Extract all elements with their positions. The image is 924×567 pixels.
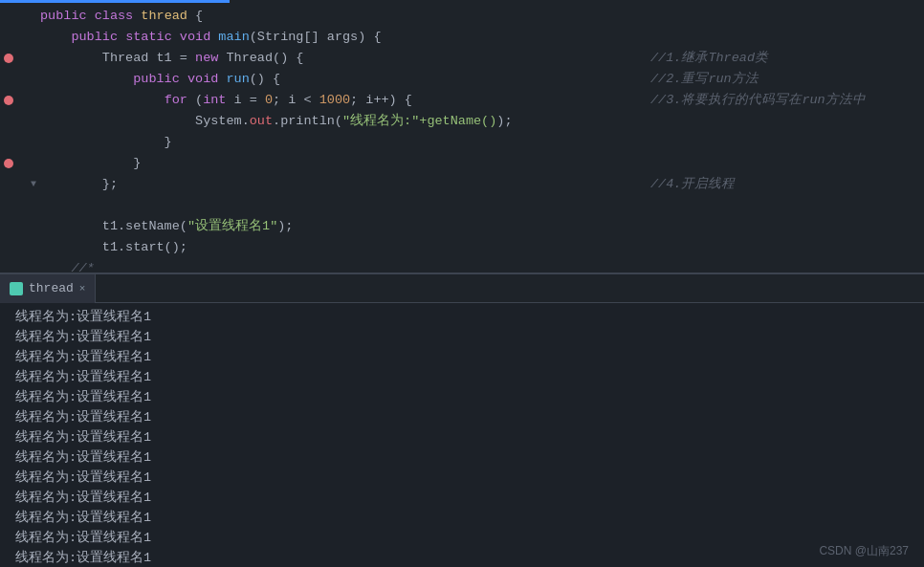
line-comment: //2.重写run方法 — [650, 69, 759, 90]
console-tab-bar: thread × — [0, 274, 924, 303]
watermark: CSDN @山南237 — [819, 543, 909, 559]
output-line: 线程名为:设置线程名1 — [15, 347, 909, 367]
output-line: 线程名为:设置线程名1 — [15, 548, 909, 567]
code-text: t1.setName("设置线程名1"); — [40, 216, 924, 237]
code-line: for (int i = 0; i < 1000; i++) {//3.将要执行… — [0, 90, 924, 111]
code-text: } — [40, 153, 924, 174]
code-text: public class thread { — [40, 6, 924, 27]
code-line: t1.start(); — [0, 237, 924, 258]
tab-close-button[interactable]: × — [79, 283, 86, 294]
output-line: 线程名为:设置线程名1 — [15, 307, 909, 327]
output-line: 线程名为:设置线程名1 — [15, 528, 909, 548]
fold-icon[interactable]: ▼ — [27, 174, 40, 195]
tab-icon — [10, 282, 23, 295]
code-line: Thread t1 = new Thread() {//1.继承Thread类 — [0, 48, 924, 69]
code-line: //* — [0, 258, 924, 273]
line-comment: //1.继承Thread类 — [650, 48, 768, 69]
code-text: public static void main(String[] args) { — [40, 27, 924, 48]
code-text: System.out.println("线程名为:"+getName()); — [40, 111, 924, 132]
code-line: System.out.println("线程名为:"+getName()); — [0, 111, 924, 132]
code-text: Thread t1 = new Thread() { — [40, 48, 924, 69]
line-comment: //3.将要执行的代码写在run方法中 — [650, 90, 866, 111]
code-line: } — [0, 132, 924, 153]
console-area: thread × 线程名为:设置线程名1线程名为:设置线程名1线程名为:设置线程… — [0, 273, 924, 567]
breakpoint-dot[interactable] — [4, 54, 13, 63]
breakpoint-dot[interactable] — [4, 159, 13, 168]
line-comment: //4.开启线程 — [650, 174, 735, 195]
code-line: t1.setName("设置线程名1"); — [0, 216, 924, 237]
output-line: 线程名为:设置线程名1 — [15, 488, 909, 508]
tab-label: thread — [29, 281, 74, 295]
output-line: 线程名为:设置线程名1 — [15, 407, 909, 427]
code-line: } — [0, 153, 924, 174]
editor-area: public class thread { public static void… — [0, 0, 924, 273]
code-line: public void run() {//2.重写run方法 — [0, 69, 924, 90]
code-text: }; — [40, 174, 924, 195]
output-line: 线程名为:设置线程名1 — [15, 508, 909, 528]
code-content: public class thread { public static void… — [0, 0, 924, 273]
code-text: t1.start(); — [40, 237, 924, 258]
output-line: 线程名为:设置线程名1 — [15, 387, 909, 407]
code-text: public void run() { — [40, 69, 924, 90]
code-line: ▼ };//4.开启线程 — [0, 174, 924, 195]
code-text: //* — [40, 258, 924, 273]
code-line: public class thread { — [0, 6, 924, 27]
output-line: 线程名为:设置线程名1 — [15, 427, 909, 447]
output-line: 线程名为:设置线程名1 — [15, 367, 909, 387]
console-output: 线程名为:设置线程名1线程名为:设置线程名1线程名为:设置线程名1线程名为:设置… — [0, 303, 924, 567]
output-line: 线程名为:设置线程名1 — [15, 468, 909, 488]
code-text: } — [40, 132, 924, 153]
output-line: 线程名为:设置线程名1 — [15, 447, 909, 468]
output-line: 线程名为:设置线程名1 — [15, 327, 909, 347]
console-tab[interactable]: thread × — [0, 274, 96, 303]
breakpoint-dot[interactable] — [4, 96, 13, 105]
code-line: public static void main(String[] args) { — [0, 27, 924, 48]
code-line — [0, 195, 924, 216]
